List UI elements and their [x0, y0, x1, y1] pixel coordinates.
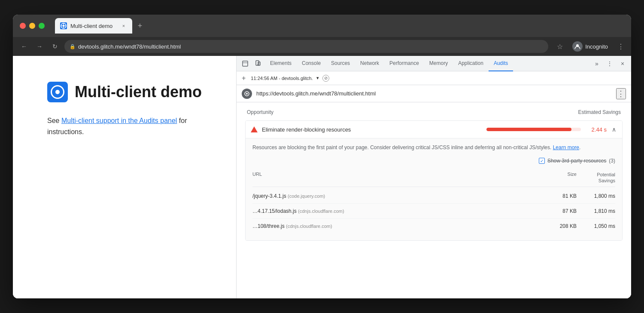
audit-checkbox[interactable]: ✓ [539, 158, 545, 164]
devtools-time: 11:24:56 AM - devtools.glitch. [251, 76, 313, 81]
inspect-element-button[interactable] [239, 58, 251, 70]
forward-button[interactable]: → [33, 40, 46, 52]
audit-progress-bar [486, 128, 581, 131]
description-before: See [47, 117, 61, 124]
devtools-panel: Elements Console Sources Network Perform… [236, 56, 631, 298]
tab-audits[interactable]: Audits [489, 56, 513, 71]
audit-table-savings-2: 1,050 ms [577, 223, 615, 229]
audit-description: Resources are blocking the first paint o… [252, 144, 615, 152]
site-more-button[interactable]: ⋮ [616, 88, 626, 99]
audit-table-header-size: Size [542, 172, 577, 184]
audit-table-savings-0: 1,800 ms [577, 193, 615, 199]
svg-point-1 [63, 25, 65, 27]
tab-network[interactable]: Network [355, 56, 384, 71]
profile-label: Incognito [585, 43, 608, 50]
browser-tab[interactable]: Multi-client demo × [55, 18, 132, 34]
new-tab-button[interactable]: + [134, 20, 146, 32]
audit-expand-button[interactable]: ∧ [611, 125, 617, 134]
refresh-button[interactable]: ↻ [49, 40, 61, 52]
audit-table-savings-1: 1,810 ms [577, 208, 615, 214]
table-row: …4.17.15/lodash.js (cdnjs.cloudflare.com… [252, 204, 615, 219]
devtools-toolbar: Elements Console Sources Network Perform… [237, 56, 631, 71]
devtools-secondary-toolbar: + 11:24:56 AM - devtools.glitch. ▾ ⊘ [237, 71, 631, 85]
audit-table-url-1: …4.17.15/lodash.js (cdnjs.cloudflare.com… [252, 208, 542, 214]
address-input-wrapper[interactable]: 🔒 devtools.glitch.me/wndt78/multiclient.… [64, 40, 548, 53]
audit-table-size-0: 81 KB [542, 193, 577, 199]
audits-content[interactable]: Opportunity Estimated Savings Eliminate … [237, 102, 631, 298]
profile-area[interactable]: Incognito [569, 40, 611, 53]
audit-table-header-savings: PotentialSavings [577, 172, 615, 184]
audit-item-header[interactable]: Eliminate render-blocking resources 2.44… [246, 121, 622, 138]
audit-warning-icon [251, 126, 258, 132]
tab-favicon [60, 22, 67, 29]
audit-table-header: URL Size PotentialSavings [252, 169, 615, 187]
tab-performance[interactable]: Performance [384, 56, 424, 71]
tab-application[interactable]: Application [453, 56, 489, 71]
tab-sources[interactable]: Sources [326, 56, 355, 71]
opportunity-header: Opportunity Estimated Savings [245, 109, 623, 115]
audit-checkbox-label: Show 3rd-party resources [547, 158, 606, 164]
tab-title: Multi-client demo [70, 23, 117, 29]
profile-icon [572, 41, 583, 52]
svg-point-11 [257, 64, 258, 65]
audit-table-url-secondary-2: (cdnjs.cloudflare.com) [286, 224, 332, 229]
table-row: …108/three.js (cdnjs.cloudflare.com) 208… [252, 219, 615, 233]
devtools-dropdown[interactable]: ▾ [316, 75, 319, 81]
browser-window: Multi-client demo × + ← → ↻ 🔒 devtools.g… [13, 15, 631, 298]
audit-item-title: Eliminate render-blocking resources [262, 126, 482, 133]
audit-progress-fill [486, 128, 571, 131]
device-toggle-button[interactable] [252, 58, 264, 70]
devtools-stop-button[interactable]: ⊘ [322, 75, 329, 82]
site-icon [242, 89, 252, 99]
page-logo [47, 82, 68, 102]
minimize-window-button[interactable] [29, 23, 35, 29]
svg-rect-7 [243, 61, 248, 66]
estimated-savings-label: Estimated Savings [578, 109, 621, 115]
page-description: See Multi-client support in the Audits p… [47, 115, 215, 137]
webpage: Multi-client demo See Multi-client suppo… [13, 56, 236, 298]
learn-more-link[interactable]: Learn more [553, 144, 579, 150]
maximize-window-button[interactable] [39, 23, 45, 29]
main-content: Multi-client demo See Multi-client suppo… [13, 56, 631, 298]
audit-table-url-2: …108/three.js (cdnjs.cloudflare.com) [252, 223, 542, 229]
audit-item-render-blocking: Eliminate render-blocking resources 2.44… [245, 120, 623, 241]
tabs-more-button[interactable]: » [591, 58, 603, 70]
audits-panel-link[interactable]: Multi-client support in the Audits panel [61, 117, 177, 124]
svg-point-13 [246, 93, 248, 95]
page-header: Multi-client demo [47, 82, 215, 102]
close-window-button[interactable] [20, 23, 26, 29]
tab-console[interactable]: Console [297, 56, 326, 71]
audit-checkbox-row: ✓ Show 3rd-party resources (3) [252, 158, 615, 164]
devtools-close-button[interactable]: × [617, 58, 629, 70]
audit-table-url-0: /jquery-3.4.1.js (code.jquery.com) [252, 193, 542, 199]
audit-table-header-url: URL [252, 172, 542, 184]
browser-more-button[interactable]: ⋮ [616, 41, 626, 52]
page-logo-inner [51, 85, 64, 99]
site-url: https://devtools.glitch.me/wndt78/multic… [256, 90, 612, 97]
tab-close-button[interactable]: × [120, 22, 127, 29]
lock-icon: 🔒 [70, 44, 76, 49]
tab-bar: Multi-client demo × + [55, 18, 624, 34]
audit-checkbox-count: (3) [609, 158, 615, 164]
audit-table-url-main-0: /jquery-3.4.1.js [252, 193, 286, 199]
opportunity-label: Opportunity [247, 109, 273, 115]
audit-table-url-secondary-0: (code.jquery.com) [288, 193, 325, 199]
tab-elements[interactable]: Elements [265, 56, 297, 71]
window-controls [20, 23, 45, 29]
back-button[interactable]: ← [18, 40, 30, 52]
devtools-toolbar-right: ⋮ × [604, 58, 629, 70]
audit-table-url-main-1: …4.17.15/lodash.js [252, 208, 297, 214]
audit-table-url-secondary-1: (cdnjs.cloudflare.com) [298, 209, 344, 214]
devtools-settings-button[interactable]: ⋮ [604, 58, 616, 70]
address-text: devtools.glitch.me/wndt78/multiclient.ht… [78, 43, 543, 50]
devtools-tabs: Elements Console Sources Network Perform… [265, 56, 590, 71]
page-title: Multi-client demo [75, 83, 202, 101]
devtools-add-button[interactable]: + [240, 74, 247, 82]
address-right: ☆ Incognito ⋮ [555, 40, 626, 53]
audit-description-text: Resources are blocking the first paint o… [252, 144, 551, 150]
devtools-url-bar: https://devtools.glitch.me/wndt78/multic… [237, 85, 631, 102]
audit-table-size-1: 87 KB [542, 208, 577, 214]
audit-item-body: Resources are blocking the first paint o… [246, 138, 622, 240]
bookmark-button[interactable]: ☆ [555, 41, 565, 52]
tab-memory[interactable]: Memory [424, 56, 453, 71]
